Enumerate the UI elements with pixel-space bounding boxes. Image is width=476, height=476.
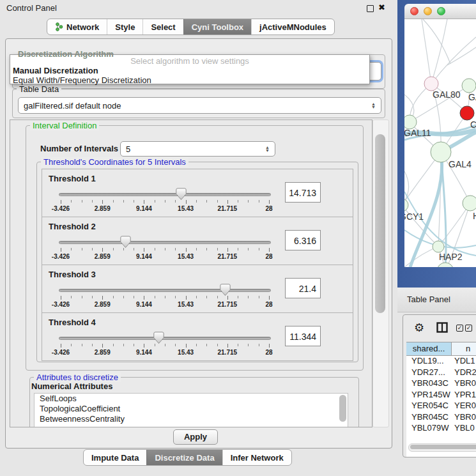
slider-thumb[interactable] bbox=[176, 188, 187, 201]
threshold-value-field[interactable]: 21.4 bbox=[285, 278, 321, 298]
attribute-list-item[interactable]: BetweennessCentrality bbox=[35, 414, 348, 424]
cell-name[interactable]: YLR3 bbox=[452, 434, 475, 437]
cell-shared-name[interactable]: YPR145W bbox=[406, 389, 452, 401]
cell-shared-name[interactable]: YLR345W bbox=[406, 434, 452, 437]
table-row[interactable]: YER054CYER0 bbox=[406, 400, 476, 411]
cell-name[interactable]: YBL0 bbox=[452, 422, 475, 434]
column-header-name[interactable]: n bbox=[452, 342, 476, 355]
tab-cyni-toolbox[interactable]: Cyni Toolbox bbox=[183, 19, 251, 35]
cell-name[interactable]: YBR0 bbox=[452, 411, 476, 423]
threshold-row: Threshold 2-3.4262.8599.14415.4321.71528… bbox=[42, 217, 353, 265]
gear-icon[interactable]: ⚙ bbox=[414, 322, 424, 334]
cell-name[interactable]: YPR1 bbox=[452, 389, 476, 401]
slider-track[interactable] bbox=[59, 241, 271, 244]
slider-track[interactable] bbox=[59, 193, 271, 196]
number-of-intervals-combobox[interactable]: 5 ▲▼ bbox=[120, 141, 275, 157]
slider-tick bbox=[227, 344, 228, 348]
slider-tick bbox=[92, 344, 93, 346]
table-panel-header-bar: Table Panel bbox=[397, 288, 476, 312]
cell-name[interactable]: YDR2 bbox=[452, 367, 476, 378]
tab-label: Impute Data bbox=[91, 453, 139, 463]
cell-shared-name[interactable]: YDR27... bbox=[406, 367, 452, 378]
table-row[interactable]: YLR345WYLR3 bbox=[406, 434, 476, 437]
threshold-value-field[interactable]: 14.713 bbox=[285, 182, 321, 203]
slider-tick-label: 15.43 bbox=[178, 349, 194, 356]
network-window-titlebar[interactable] bbox=[404, 4, 476, 19]
close-panel-icon[interactable]: ✖ bbox=[378, 3, 385, 12]
minimize-window-icon[interactable] bbox=[424, 7, 432, 15]
network-view-canvas[interactable]: GAL80GACGAL11GAL4GCY1HHAP2 bbox=[404, 19, 476, 267]
network-icon bbox=[55, 22, 63, 31]
attribute-list-item[interactable]: SelfLoops bbox=[35, 394, 348, 404]
slider-tick bbox=[134, 248, 134, 250]
tab-impute-data[interactable]: Impute Data bbox=[84, 450, 146, 465]
table-row[interactable]: YBR043CYBR0 bbox=[406, 378, 476, 389]
network-node-hap2[interactable] bbox=[433, 241, 444, 252]
control-panel-titlebar: Control Panel ✖ bbox=[0, 0, 397, 15]
table-row[interactable]: YBL079WYBL0 bbox=[406, 422, 476, 434]
panel-scrollbar-thumb[interactable] bbox=[375, 134, 385, 313]
tab-infer-network[interactable]: Infer Network bbox=[222, 450, 291, 465]
algorithm-option[interactable]: Manual Discretization bbox=[10, 66, 369, 75]
list-scrollbar-thumb[interactable] bbox=[339, 395, 346, 422]
attribute-list-item[interactable]: TopologicalCoefficient bbox=[35, 404, 348, 414]
network-node[interactable] bbox=[437, 263, 454, 267]
tab-discretize-data[interactable]: Discretize Data bbox=[146, 450, 222, 465]
algorithm-option[interactable]: Equal Width/Frequency Discretization bbox=[10, 75, 369, 85]
zoom-window-icon[interactable] bbox=[437, 7, 445, 15]
cell-shared-name[interactable]: YBR043C bbox=[406, 378, 452, 389]
table-rows: YDL19...YDL1YDR27...YDR2YBR043CYBR0YPR14… bbox=[406, 355, 476, 436]
cell-name[interactable]: YER0 bbox=[452, 400, 476, 411]
threshold-value-field[interactable]: 6.316 bbox=[285, 230, 321, 250]
apply-button[interactable]: Apply bbox=[173, 429, 218, 445]
slider-tick bbox=[165, 344, 165, 346]
table-scrollbar-thumb[interactable] bbox=[410, 445, 476, 449]
slider-tick bbox=[102, 344, 103, 348]
tab-select[interactable]: Select bbox=[142, 19, 183, 35]
threshold-label: Threshold 4 bbox=[49, 318, 96, 327]
checkbox-icon[interactable]: ✓ bbox=[465, 325, 472, 332]
network-node-ga[interactable] bbox=[462, 79, 476, 93]
slider-tick bbox=[238, 344, 238, 346]
bottom-tab-bar: Impute DataDiscretize DataInfer Network bbox=[83, 449, 292, 466]
slider-tick-label: 15.43 bbox=[178, 253, 194, 260]
table-row[interactable]: YDR27...YDR2 bbox=[406, 367, 476, 378]
column-header-shared-name[interactable]: shared... bbox=[406, 342, 452, 355]
tab-network[interactable]: Network bbox=[47, 19, 107, 35]
threshold-value-field[interactable]: 11.344 bbox=[285, 326, 321, 346]
network-node-c[interactable] bbox=[460, 106, 474, 120]
algorithm-dropdown-popup: Select algorithm to view settings Manual… bbox=[10, 54, 370, 84]
close-window-icon[interactable] bbox=[410, 7, 418, 15]
tab-style[interactable]: Style bbox=[107, 19, 142, 35]
slider-track[interactable] bbox=[59, 337, 271, 340]
network-node-gal80[interactable] bbox=[424, 77, 438, 91]
float-window-icon[interactable] bbox=[367, 5, 374, 12]
cell-shared-name[interactable]: YBL079W bbox=[406, 422, 452, 434]
cell-shared-name[interactable]: YBR045C bbox=[406, 411, 452, 423]
table-row[interactable]: YBR045CYBR0 bbox=[406, 411, 476, 423]
table-horizontal-scrollbar[interactable] bbox=[408, 443, 476, 452]
node-label: GAL4 bbox=[449, 159, 472, 169]
table-data-combobox[interactable]: galFiltered.sif default node ▲▼ bbox=[18, 97, 381, 114]
checkbox-icon[interactable]: ✓ bbox=[456, 325, 463, 332]
network-node-gal11[interactable] bbox=[404, 115, 417, 129]
slider-thumb[interactable] bbox=[220, 284, 231, 296]
slider-tick bbox=[61, 296, 61, 300]
slider-tick bbox=[155, 200, 155, 203]
slider-thumb[interactable] bbox=[120, 236, 131, 249]
split-columns-icon[interactable] bbox=[436, 322, 448, 335]
panel-vertical-scrollbar[interactable] bbox=[372, 119, 389, 427]
slider-tick bbox=[259, 296, 259, 298]
cell-name[interactable]: YDL1 bbox=[452, 355, 475, 367]
cell-name[interactable]: YBR0 bbox=[452, 378, 476, 389]
node-label: GAL80 bbox=[433, 89, 461, 100]
cell-shared-name[interactable]: YDL19... bbox=[406, 355, 452, 367]
tab-jactivemnodules[interactable]: jActiveMNodules bbox=[251, 19, 334, 35]
slider-thumb[interactable] bbox=[153, 332, 164, 344]
network-node-gcy1[interactable] bbox=[404, 199, 408, 211]
slider-track[interactable] bbox=[59, 289, 271, 292]
table-row[interactable]: YPR145WYPR1 bbox=[406, 389, 476, 401]
table-row[interactable]: YDL19...YDL1 bbox=[406, 355, 476, 367]
network-node-h[interactable] bbox=[463, 196, 476, 211]
cell-shared-name[interactable]: YER054C bbox=[406, 400, 452, 411]
